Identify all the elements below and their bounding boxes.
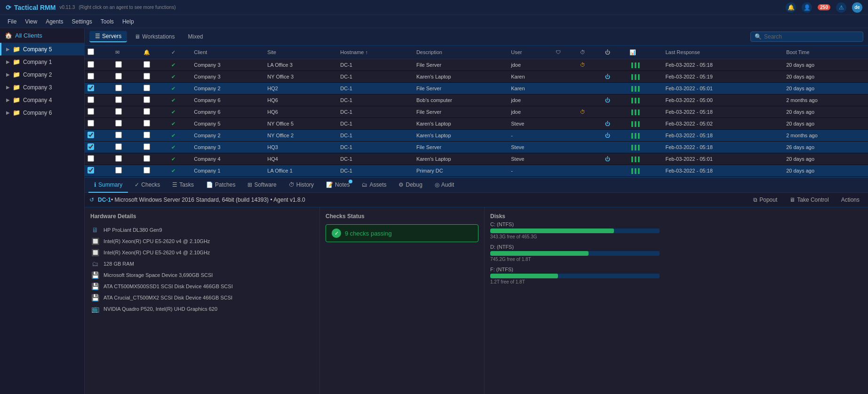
description-cell: File Server: [414, 59, 508, 71]
row-email-checkbox[interactable]: [115, 96, 122, 103]
row-email-checkbox[interactable]: [115, 155, 122, 162]
tab-summary[interactable]: ℹ Summary: [88, 178, 128, 193]
notification-bell-icon[interactable]: 🔔: [786, 2, 796, 13]
row-checkbox[interactable]: [88, 108, 94, 115]
tab-tasks[interactable]: ☰ Tasks: [167, 178, 199, 193]
row-checkbox[interactable]: [88, 143, 94, 150]
status-check-icon: ✔: [171, 156, 175, 162]
sidebar-item-company6[interactable]: ▶ 📁 Company 6: [0, 106, 84, 119]
client-cell: Company 5: [191, 118, 264, 130]
row-bell-checkbox[interactable]: [143, 167, 150, 173]
row-email-checkbox[interactable]: [115, 108, 122, 115]
avatar[interactable]: de: [852, 2, 862, 13]
last-response-cell: Feb-03-2022 - 05:00: [662, 95, 783, 106]
row-bell-checkbox[interactable]: [143, 85, 150, 91]
col-user[interactable]: User: [508, 46, 553, 59]
select-all-checkbox[interactable]: [88, 48, 94, 55]
popout-button[interactable]: ⧉ Popout: [749, 195, 781, 205]
alert-icon[interactable]: ⚠: [836, 2, 846, 13]
table-row[interactable]: ✔ Company 2 HQ2 DC-1 File Server Karen ▐…: [85, 83, 868, 95]
description-cell: Karen's Laptop: [414, 130, 508, 142]
tab-servers[interactable]: ☰ Servers: [89, 31, 127, 42]
sidebar-item-company4[interactable]: ▶ 📁 Company 4: [0, 94, 84, 106]
row-checkbox[interactable]: [88, 61, 94, 68]
search-input[interactable]: [764, 33, 859, 40]
sidebar-item-company3[interactable]: ▶ 📁 Company 3: [0, 81, 84, 94]
row-bell-checkbox[interactable]: [143, 143, 150, 150]
tab-audit[interactable]: ◎ Audit: [429, 178, 460, 193]
clock-cell: [577, 71, 602, 83]
bar-cell: ▐▐▐: [627, 130, 662, 142]
debug-icon: ⚙: [398, 181, 404, 188]
row-bell-checkbox[interactable]: [143, 108, 150, 115]
col-boot-time[interactable]: Boot Time: [783, 46, 868, 59]
col-last-response[interactable]: Last Response: [662, 46, 783, 59]
col-hostname[interactable]: Hostname ↑: [337, 46, 414, 59]
menu-view[interactable]: View: [21, 17, 41, 26]
row-email-checkbox[interactable]: [115, 132, 122, 138]
row-email-checkbox[interactable]: [115, 61, 122, 68]
tab-history[interactable]: ⏱ History: [283, 178, 319, 193]
row-email-checkbox[interactable]: [115, 85, 122, 91]
row-email-checkbox[interactable]: [115, 73, 122, 79]
tab-debug[interactable]: ⚙ Debug: [393, 178, 428, 193]
refresh-icon[interactable]: ↺: [89, 197, 94, 203]
col-description[interactable]: Description: [414, 46, 508, 59]
take-control-button[interactable]: 🖥 Take Control: [786, 195, 832, 205]
last-response-cell: Feb-03-2022 - 05:18: [662, 106, 783, 118]
menu-settings[interactable]: Settings: [68, 17, 96, 26]
row-checkbox[interactable]: [88, 73, 94, 79]
table-row[interactable]: ✔ Company 2 NY Office 2 DC-1 Karen's Lap…: [85, 130, 868, 142]
tab-notes[interactable]: 📝 Notes: [320, 178, 355, 193]
sidebar-all-clients[interactable]: 🏠 All Clients: [0, 28, 84, 43]
tab-patches[interactable]: 📄 Patches: [200, 178, 241, 193]
table-row[interactable]: ✔ Company 3 LA Office 3 DC-1 File Server…: [85, 59, 868, 71]
table-row[interactable]: ✔ Company 6 HQ6 DC-1 Bob's computer jdoe…: [85, 95, 868, 106]
row-bell-checkbox[interactable]: [143, 155, 150, 162]
table-row[interactable]: ✔ Company 5 NY Office 5 DC-1 Karen's Lap…: [85, 118, 868, 130]
row-checkbox[interactable]: [88, 85, 94, 91]
power-cell: ⏻: [602, 153, 627, 165]
row-bell-checkbox[interactable]: [143, 120, 150, 126]
tab-software[interactable]: ⊞ Software: [242, 178, 282, 193]
table-row[interactable]: ✔ Company 3 HQ3 DC-1 File Server Steve ▐…: [85, 142, 868, 153]
table-row[interactable]: ✔ Company 1 LA Office 1 DC-1 Primary DC …: [85, 165, 868, 177]
menu-file[interactable]: File: [4, 17, 20, 26]
col-site[interactable]: Site: [264, 46, 337, 59]
table-row[interactable]: ✔ Company 6 HQ6 DC-1 File Server jdoe ⏱ …: [85, 106, 868, 118]
row-email-checkbox[interactable]: [115, 120, 122, 126]
sidebar-item-company2[interactable]: ▶ 📁 Company 2: [0, 68, 84, 81]
row-bell-checkbox[interactable]: [143, 73, 150, 79]
actions-button[interactable]: Actions: [837, 195, 863, 205]
col-client[interactable]: Client: [191, 46, 264, 59]
row-checkbox[interactable]: [88, 132, 94, 138]
menu-tools[interactable]: Tools: [97, 17, 118, 26]
row-bell-checkbox[interactable]: [143, 61, 150, 68]
table-row[interactable]: ✔ Company 4 HQ4 DC-1 Karen's Laptop Stev…: [85, 153, 868, 165]
tab-workstations[interactable]: 🖥 Workstations: [129, 32, 180, 42]
table-row[interactable]: ✔ Company 3 NY Office 3 DC-1 Karen's Lap…: [85, 71, 868, 83]
row-email-checkbox[interactable]: [115, 167, 122, 173]
tab-mixed[interactable]: Mixed: [182, 32, 208, 42]
hw-text: HP ProLiant DL380 Gen9: [104, 227, 162, 233]
row-bell-checkbox[interactable]: [143, 132, 150, 138]
row-email-checkbox[interactable]: [115, 143, 122, 150]
app-title: Tactical RMM: [14, 4, 56, 11]
content-area: ☰ Servers 🖥 Workstations Mixed 🔍: [85, 28, 868, 394]
row-checkbox[interactable]: [88, 155, 94, 162]
tab-assets[interactable]: 🗂 Assets: [356, 178, 392, 193]
user-icon[interactable]: 👤: [802, 2, 812, 13]
checks-passing-text: 9 checks passing: [345, 230, 392, 237]
sidebar-item-company5[interactable]: ▶ 📁 Company 5: [0, 43, 84, 55]
tab-checks[interactable]: ✓ Checks: [129, 178, 166, 193]
sidebar-item-company1[interactable]: ▶ 📁 Company 1: [0, 55, 84, 68]
row-checkbox[interactable]: [88, 96, 94, 103]
menu-agents[interactable]: Agents: [42, 17, 67, 26]
row-bell-checkbox[interactable]: [143, 96, 150, 103]
status-check-icon: ✔: [171, 86, 175, 91]
notes-icon: 📝: [326, 181, 333, 188]
row-checkbox[interactable]: [88, 167, 94, 173]
row-checkbox[interactable]: [88, 120, 94, 126]
power-cell: [602, 59, 627, 71]
menu-help[interactable]: Help: [119, 17, 138, 26]
